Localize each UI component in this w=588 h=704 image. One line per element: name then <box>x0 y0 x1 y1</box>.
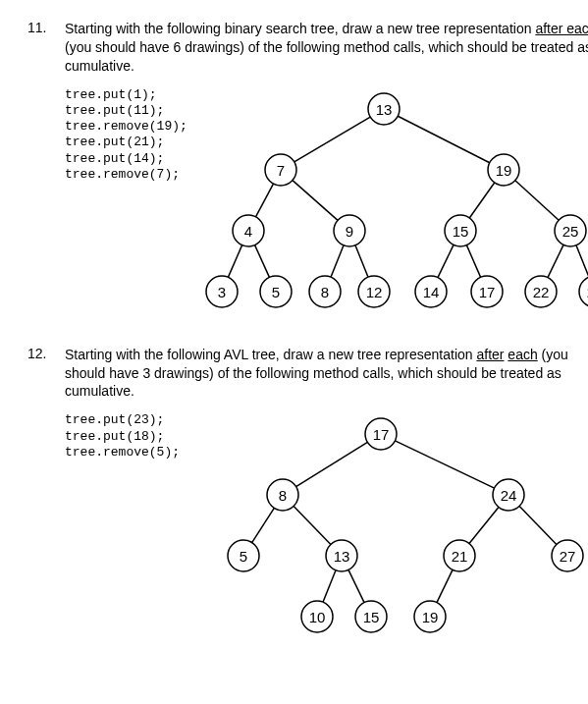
tree-node-label: 21 <box>452 548 468 565</box>
tree-edge <box>255 184 273 217</box>
prompt-post: (you should have 6 drawings) of the foll… <box>65 39 588 74</box>
content-row: tree.put(1); tree.put(11); tree.remove(1… <box>65 85 588 316</box>
avl-tree: 178245132127101519 <box>180 410 588 641</box>
question-body: Starting with the following AVL tree, dr… <box>65 346 588 642</box>
prompt-pre: Starting with the following AVL tree, dr… <box>65 347 476 362</box>
question-12: 12. Starting with the following AVL tree… <box>27 346 561 642</box>
prompt-underline-1: after <box>476 347 504 362</box>
tree-edge <box>348 570 364 603</box>
tree-edge <box>576 245 588 277</box>
tree-edge <box>519 507 557 545</box>
content-row: tree.put(23); tree.put(18); tree.remove(… <box>65 410 588 641</box>
question-body: Starting with the following binary searc… <box>65 20 588 316</box>
tree-edge <box>398 116 489 163</box>
question-number: 12. <box>27 346 55 642</box>
tree-node-label: 25 <box>561 222 578 239</box>
tree-svg: 178245132127101519 <box>180 410 588 641</box>
tree-node-label: 5 <box>272 283 280 299</box>
tree-edge <box>293 180 338 220</box>
tree-edge <box>438 244 454 277</box>
tree-node-label: 14 <box>422 283 439 299</box>
tree-node-label: 8 <box>321 283 329 299</box>
tree-node-label: 13 <box>375 100 392 117</box>
tree-node-label: 17 <box>478 283 495 299</box>
prompt-text: Starting with the following binary searc… <box>65 20 588 76</box>
tree-node-label: 9 <box>346 222 353 239</box>
question-11: 11. Starting with the following binary s… <box>27 20 561 316</box>
code-block: tree.put(1); tree.put(11); tree.remove(1… <box>65 85 187 184</box>
tree-node-label: 19 <box>422 609 439 625</box>
tree-node-label: 10 <box>309 609 326 625</box>
tree-node-label: 7 <box>277 161 285 178</box>
prompt-pre: Starting with the following binary searc… <box>65 21 535 36</box>
tree-node-label: 4 <box>244 222 252 239</box>
tree-edge <box>294 507 331 545</box>
tree-edge <box>469 508 499 544</box>
question-number: 11. <box>27 20 55 316</box>
bst-tree: 137194915253581214172227 <box>187 85 588 316</box>
tree-edge <box>296 443 368 487</box>
tree-node-label: 22 <box>532 283 549 299</box>
tree-node-label: 3 <box>218 283 226 299</box>
tree-node-label: 12 <box>365 283 382 299</box>
tree-edge <box>331 245 344 277</box>
tree-edge <box>466 244 480 277</box>
tree-node-label: 5 <box>240 548 247 565</box>
prompt-text: Starting with the following AVL tree, dr… <box>65 346 588 402</box>
tree-edge <box>294 117 370 162</box>
tree-node-label: 13 <box>334 548 350 565</box>
prompt-underline-2: each <box>508 347 537 362</box>
tree-edge <box>355 245 368 277</box>
tree-node-label: 27 <box>560 548 576 565</box>
tree-svg: 137194915253581214172227 <box>187 85 588 316</box>
tree-node-label: 24 <box>501 487 517 504</box>
tree-edge <box>228 244 241 277</box>
code-block: tree.put(23); tree.put(18); tree.remove(… <box>65 410 180 460</box>
tree-node-label: 8 <box>279 487 287 504</box>
prompt-underline: after each <box>535 21 588 36</box>
tree-edge <box>254 244 269 277</box>
tree-edge <box>252 509 275 543</box>
tree-node-label: 19 <box>495 161 511 178</box>
tree-node-label: 17 <box>373 426 390 443</box>
tree-node-label: 15 <box>363 609 380 625</box>
tree-edge <box>437 570 453 603</box>
tree-edge <box>548 244 563 277</box>
tree-node-label: 15 <box>452 222 468 239</box>
tree-edge <box>515 180 559 219</box>
tree-edge <box>395 441 494 488</box>
tree-edge <box>323 570 336 602</box>
tree-edge <box>469 183 494 218</box>
